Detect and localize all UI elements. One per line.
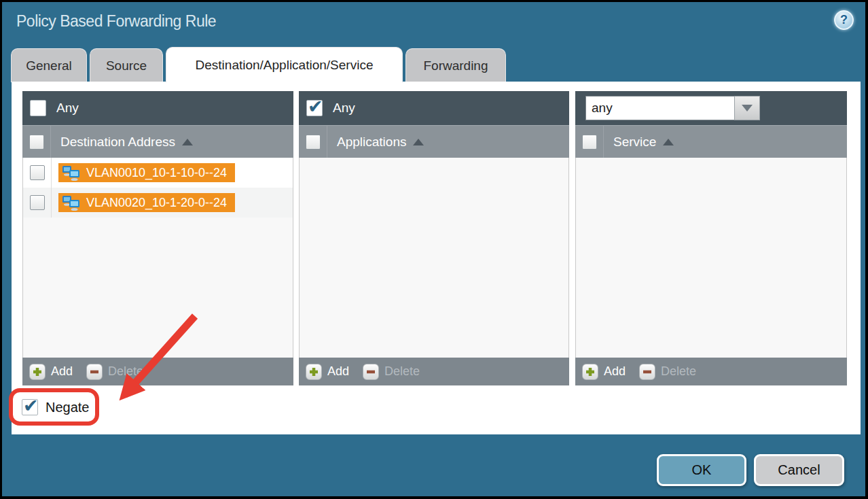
address-object-name: VLAN0020_10-1-20-0--24 — [86, 196, 227, 210]
applications-any-bar: Any — [299, 91, 569, 125]
destination-column-header: Destination Address — [22, 125, 293, 158]
destination-any-label: Any — [56, 101, 79, 116]
service-column-header: Service — [575, 125, 847, 158]
plus-icon — [306, 364, 322, 380]
address-object-name: VLAN0010_10-1-10-0--24 — [86, 166, 227, 180]
destination-any-checkbox[interactable] — [30, 100, 46, 116]
network-computers-icon — [62, 195, 80, 211]
ok-label: OK — [692, 462, 712, 478]
plus-icon — [582, 364, 598, 380]
screenshot-root: Policy Based Forwarding Rule ? General S… — [0, 0, 868, 499]
delete-button[interactable]: Delete — [363, 364, 420, 380]
service-panel: any Service — [575, 91, 847, 385]
destination-list: VLAN0010_10-1-10-0--24 — [22, 158, 293, 358]
delete-label: Delete — [661, 364, 696, 379]
applications-column-label[interactable]: Applications — [337, 135, 406, 150]
add-button[interactable]: Add — [306, 364, 349, 380]
tab-label: Destination/Application/Service — [196, 58, 374, 73]
tab-general[interactable]: General — [11, 48, 87, 82]
add-label: Add — [604, 364, 626, 379]
sort-asc-icon[interactable] — [413, 139, 424, 145]
tab-label: Source — [106, 58, 147, 73]
service-mode-bar: any — [575, 91, 847, 125]
destination-panel: Any Destination Address — [22, 91, 293, 385]
network-computers-icon — [62, 165, 80, 181]
service-mode-value: any — [585, 96, 734, 120]
delete-button[interactable]: Delete — [639, 364, 696, 380]
address-object-chip[interactable]: VLAN0020_10-1-20-0--24 — [58, 193, 235, 212]
service-column-label[interactable]: Service — [613, 135, 656, 150]
plus-icon — [29, 364, 46, 380]
tab-destination-application-service[interactable]: Destination/Application/Service — [166, 47, 403, 82]
add-label: Add — [327, 364, 349, 379]
add-button[interactable]: Add — [582, 364, 626, 380]
service-select-all-checkbox[interactable] — [582, 135, 597, 150]
minus-icon — [639, 364, 655, 380]
table-row[interactable]: VLAN0020_10-1-20-0--24 — [23, 188, 293, 218]
service-toolbar: Add Delete — [575, 358, 847, 385]
sort-asc-icon[interactable] — [182, 139, 193, 145]
negate-checkbox[interactable] — [22, 399, 38, 415]
minus-icon — [86, 364, 103, 380]
applications-toolbar: Add Delete — [299, 358, 569, 385]
pbf-rule-dialog: Policy Based Forwarding Rule ? General S… — [2, 2, 865, 496]
ok-button[interactable]: OK — [657, 454, 746, 486]
service-list — [575, 158, 847, 358]
tab-content: Any Destination Address — [12, 82, 861, 434]
address-object-chip[interactable]: VLAN0010_10-1-10-0--24 — [58, 163, 235, 182]
destination-column-label[interactable]: Destination Address — [60, 135, 175, 150]
sort-asc-icon[interactable] — [663, 139, 674, 145]
add-label: Add — [51, 364, 73, 379]
delete-label: Delete — [108, 364, 143, 379]
tab-label: General — [26, 58, 72, 73]
applications-list — [299, 158, 569, 358]
negate-label: Negate — [46, 400, 90, 415]
destination-any-bar: Any — [22, 91, 293, 125]
destination-select-all-checkbox[interactable] — [29, 135, 44, 150]
cancel-button[interactable]: Cancel — [754, 454, 844, 486]
help-icon[interactable]: ? — [834, 10, 854, 30]
row-checkbox[interactable] — [30, 195, 45, 210]
cancel-label: Cancel — [778, 462, 820, 478]
chevron-down-icon[interactable] — [734, 96, 760, 120]
tab-label: Forwarding — [423, 58, 488, 73]
delete-label: Delete — [384, 364, 420, 379]
applications-any-checkbox[interactable] — [306, 100, 323, 116]
applications-column-header: Applications — [299, 125, 569, 158]
destination-toolbar: Add Delete — [22, 358, 293, 385]
applications-any-label: Any — [333, 101, 355, 116]
tab-forwarding[interactable]: Forwarding — [405, 48, 506, 82]
dialog-title: Policy Based Forwarding Rule — [16, 12, 216, 31]
service-mode-dropdown[interactable]: any — [585, 96, 760, 120]
applications-select-all-checkbox[interactable] — [306, 135, 321, 150]
table-row[interactable]: VLAN0010_10-1-10-0--24 — [23, 158, 293, 188]
minus-icon — [363, 364, 379, 380]
row-checkbox[interactable] — [30, 165, 45, 180]
applications-panel: Any Applications Add — [299, 91, 569, 385]
add-button[interactable]: Add — [29, 364, 73, 380]
tab-source[interactable]: Source — [90, 48, 163, 82]
delete-button[interactable]: Delete — [86, 364, 143, 380]
